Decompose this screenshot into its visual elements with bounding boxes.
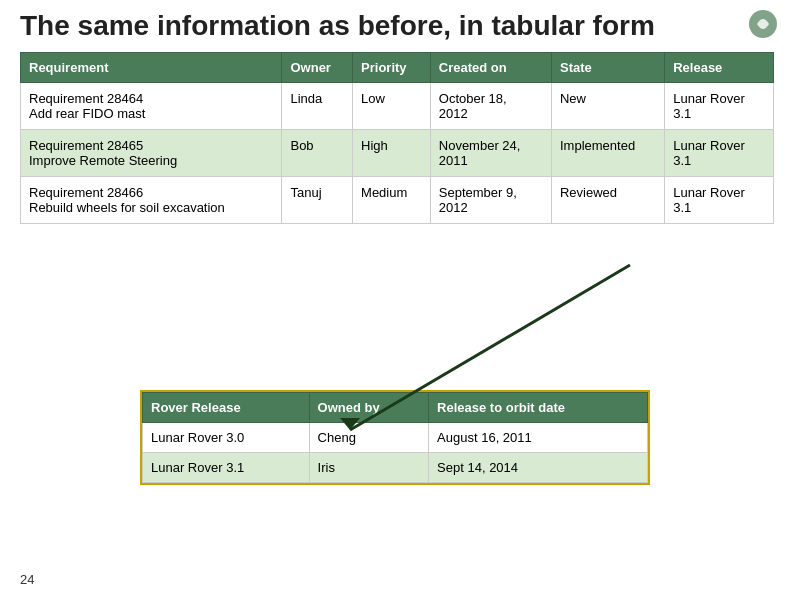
cell-requirement-1: Requirement 28464Add rear FIDO mast [21, 83, 282, 130]
cell-requirement-3: Requirement 28466Rebuild wheels for soil… [21, 177, 282, 224]
cell-priority-1: Low [353, 83, 431, 130]
cell-owner-2: Bob [282, 130, 353, 177]
table-row: Requirement 28465Improve Remote Steering… [21, 130, 774, 177]
sub-col-release-orbit: Release to orbit date [429, 393, 648, 423]
sub-cell-rover-1: Lunar Rover 3.0 [143, 423, 310, 453]
cell-owner-1: Linda [282, 83, 353, 130]
sub-table-wrapper: Rover Release Owned by Release to orbit … [140, 390, 650, 485]
sub-cell-orbit-2: Sept 14, 2014 [429, 453, 648, 483]
col-header-created-on: Created on [430, 53, 551, 83]
cell-release-1: Lunar Rover3.1 [665, 83, 774, 130]
sub-table-row: Lunar Rover 3.1 Iris Sept 14, 2014 [143, 453, 648, 483]
table-row: Requirement 28466Rebuild wheels for soil… [21, 177, 774, 224]
page-number: 24 [20, 572, 34, 587]
sub-col-owned-by: Owned by [309, 393, 429, 423]
sub-cell-rover-2: Lunar Rover 3.1 [143, 453, 310, 483]
sub-cell-orbit-1: August 16, 2011 [429, 423, 648, 453]
cell-created-2: November 24,2011 [430, 130, 551, 177]
col-header-priority: Priority [353, 53, 431, 83]
cell-requirement-2: Requirement 28465Improve Remote Steering [21, 130, 282, 177]
logo-icon [747, 8, 779, 40]
page-container: The same information as before, in tabul… [0, 0, 794, 595]
cell-state-3: Reviewed [551, 177, 664, 224]
cell-state-2: Implemented [551, 130, 664, 177]
sub-cell-owned-2: Iris [309, 453, 429, 483]
cell-release-3: Lunar Rover3.1 [665, 177, 774, 224]
cell-created-1: October 18,2012 [430, 83, 551, 130]
page-title: The same information as before, in tabul… [20, 10, 774, 42]
cell-release-2: Lunar Rover3.1 [665, 130, 774, 177]
cell-priority-2: High [353, 130, 431, 177]
sub-col-rover-release: Rover Release [143, 393, 310, 423]
cell-priority-3: Medium [353, 177, 431, 224]
col-header-release: Release [665, 53, 774, 83]
sub-table: Rover Release Owned by Release to orbit … [142, 392, 648, 483]
col-header-requirement: Requirement [21, 53, 282, 83]
col-header-owner: Owner [282, 53, 353, 83]
sub-table-row: Lunar Rover 3.0 Cheng August 16, 2011 [143, 423, 648, 453]
col-header-state: State [551, 53, 664, 83]
cell-state-1: New [551, 83, 664, 130]
cell-owner-3: Tanuj [282, 177, 353, 224]
table-row: Requirement 28464Add rear FIDO mast Lind… [21, 83, 774, 130]
main-table: Requirement Owner Priority Created on St… [20, 52, 774, 224]
cell-created-3: September 9,2012 [430, 177, 551, 224]
sub-cell-owned-1: Cheng [309, 423, 429, 453]
